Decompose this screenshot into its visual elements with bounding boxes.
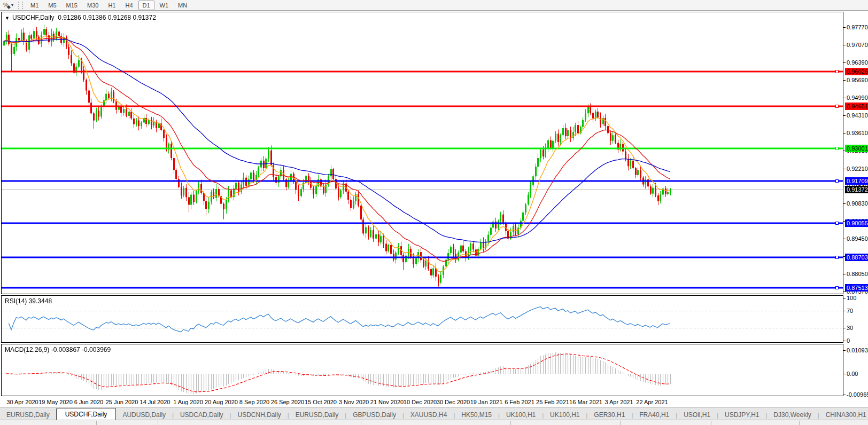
date-axis-label: 3 Apr 2021 bbox=[604, 398, 633, 406]
timeframe-button-h1[interactable]: H1 bbox=[104, 1, 120, 10]
price-axis-tick: 0.94310 bbox=[847, 112, 868, 119]
date-axis-label: 30 Dec 2020 bbox=[437, 398, 470, 406]
price-axis-tickmark bbox=[843, 98, 846, 98]
rsi-value: 39.3448 bbox=[29, 297, 52, 305]
date-axis-label: 10 Dec 2020 bbox=[404, 398, 437, 406]
price-axis-tickmark bbox=[843, 27, 846, 28]
date-axis-label: 6 Jun 2020 bbox=[74, 398, 103, 406]
price-axis-tick: 0.97070 bbox=[847, 42, 868, 49]
ohlc-close: 0.91372 bbox=[133, 14, 156, 21]
price-axis-tickmark bbox=[843, 239, 846, 239]
rsi-axis-tickmark bbox=[843, 341, 846, 341]
chart-tab-usdcnh-daily[interactable]: USDCNH,Daily bbox=[231, 409, 287, 420]
chart-tab-uk100-h1[interactable]: UK100,H1 bbox=[544, 409, 586, 420]
status-pane-separator bbox=[96, 421, 97, 425]
macd-signal-value: -0.003969 bbox=[82, 346, 111, 353]
price-axis-tickmark bbox=[843, 274, 846, 274]
chart-tab-eurusd-daily[interactable]: EURUSD,Daily bbox=[289, 409, 345, 420]
chart-tab-eurusd-daily[interactable]: EURUSD,Daily bbox=[0, 409, 56, 420]
date-axis-label: 8 Sep 2020 bbox=[239, 398, 269, 406]
symbol-dropdown-icon[interactable]: ▼ bbox=[5, 15, 10, 21]
rsi-label: RSI(14) 39.3448 bbox=[5, 297, 52, 305]
drawing-tool-icon[interactable]: % bbox=[2, 1, 10, 9]
hline-price-chip: 0.96026 bbox=[845, 68, 868, 75]
timeframe-button-m15[interactable]: M15 bbox=[62, 1, 82, 10]
rsi-axis-tick: 30 bbox=[847, 325, 868, 332]
candlestick-chart[interactable] bbox=[2, 12, 843, 294]
price-chart-panel[interactable]: ▼USDCHF,Daily 0.91286 0.91386 0.91268 0.… bbox=[1, 12, 843, 294]
rsi-indicator-panel[interactable]: RSI(14) 39.3448 bbox=[1, 295, 843, 343]
timeframe-button-mn[interactable]: MN bbox=[174, 1, 191, 10]
toolbar-grip-handle[interactable] bbox=[18, 2, 23, 9]
hline-price-chip: 0.93001 bbox=[845, 145, 868, 152]
chart-tab-dj30-weekly[interactable]: DJ30,Weekly bbox=[767, 409, 817, 420]
price-axis-tickmark bbox=[843, 115, 846, 116]
price-axis-tickmark bbox=[843, 133, 846, 133]
rsi-name: RSI(14) bbox=[5, 297, 27, 305]
chart-tab-ger30-h1[interactable]: GER30,H1 bbox=[587, 409, 631, 420]
timeframe-button-m1[interactable]: M1 bbox=[26, 1, 43, 10]
macd-axis-tick: -0.009653 bbox=[847, 391, 868, 398]
hline-price-chip: 0.90055 bbox=[845, 219, 868, 227]
chart-tab-hk50-m15[interactable]: HK50,M15 bbox=[455, 409, 498, 420]
price-axis-tickmark bbox=[843, 80, 846, 81]
hline-price-chip: 0.87513 bbox=[845, 284, 868, 292]
timeframe-button-m30[interactable]: M30 bbox=[83, 1, 103, 10]
chart-tab-usdjpy-h1[interactable]: USDJPY,H1 bbox=[718, 409, 765, 420]
hline-price-chip: 0.88703 bbox=[845, 254, 868, 261]
timeframe-button-d1[interactable]: D1 bbox=[138, 1, 154, 10]
date-axis-label: 15 Oct 2020 bbox=[305, 398, 337, 406]
chart-tab-china300-h1[interactable]: CHINA300,H1 bbox=[819, 409, 868, 420]
timeframe-button-h4[interactable]: H4 bbox=[121, 1, 137, 10]
macd-name: MACD(12,26,9) bbox=[5, 346, 49, 353]
rsi-axis-tick: 70 bbox=[847, 308, 868, 314]
timeframe-button-w1[interactable]: W1 bbox=[156, 1, 173, 10]
price-axis-tick: 0.89450 bbox=[847, 235, 868, 242]
rsi-chart[interactable] bbox=[2, 296, 843, 342]
timeframe-button-m5[interactable]: M5 bbox=[44, 1, 60, 10]
drawing-tool-caret-icon[interactable]: ▾ bbox=[11, 3, 13, 7]
hline-price-chip: 0.91709 bbox=[845, 177, 868, 185]
status-pane-separator bbox=[711, 421, 711, 425]
chart-window: ▼USDCHF,Daily 0.91286 0.91386 0.91268 0.… bbox=[1, 12, 867, 407]
price-axis-tick: 0.88050 bbox=[847, 271, 868, 278]
macd-axis-tick: 0.00 bbox=[847, 371, 868, 377]
chart-tab-usoil-h1[interactable]: USOil,H1 bbox=[677, 409, 717, 420]
price-axis-tick: 0.92210 bbox=[847, 166, 868, 172]
rsi-axis-tickmark bbox=[843, 328, 846, 328]
chart-tab-fra40-h1[interactable]: FRA40,H1 bbox=[633, 409, 676, 420]
chart-tab-audusd-daily[interactable]: AUDUSD,Daily bbox=[116, 409, 172, 420]
price-axis-tickmark bbox=[843, 203, 846, 204]
price-axis-tick: 0.97770 bbox=[847, 24, 868, 31]
status-pane-separator bbox=[799, 421, 800, 425]
chart-tab-bar: EURUSD,DailyUSDCHF,DailyAUDUSD,Daily|USD… bbox=[0, 407, 868, 420]
chart-tab-usdchf-daily[interactable]: USDCHF,Daily bbox=[56, 408, 117, 420]
date-axis-label: 14 Jul 2020 bbox=[140, 398, 170, 406]
price-axis-tick: 0.93610 bbox=[847, 130, 868, 137]
ohlc-open: 0.91286 bbox=[58, 14, 81, 21]
macd-axis-tick: 0.010933 bbox=[847, 347, 868, 354]
timeframe-toolbar: % ▾ M1M5M15M30H1H4D1W1MN bbox=[0, 0, 868, 11]
ohlc-high: 0.91386 bbox=[83, 14, 106, 21]
date-axis-label: 6 Feb 2021 bbox=[505, 398, 534, 406]
price-axis-tickmark bbox=[843, 62, 846, 63]
date-axis-label: 30 Apr 2020 bbox=[6, 398, 38, 406]
rsi-axis-tickmark bbox=[843, 298, 846, 298]
date-axis-label: 19 Jan 2021 bbox=[470, 398, 503, 406]
chart-tab-usdcad-daily[interactable]: USDCAD,Daily bbox=[174, 409, 230, 420]
macd-indicator-panel[interactable]: MACD(12,26,9) -0.003867 -0.003969 bbox=[1, 344, 843, 396]
date-axis-label: 26 Sep 2020 bbox=[271, 398, 304, 406]
chart-tab-xauusd-h4[interactable]: XAUUSD,H4 bbox=[404, 409, 454, 420]
macd-axis-tickmark bbox=[843, 350, 846, 351]
drawing-tool-diamond bbox=[7, 5, 11, 9]
current-price-chip: 0.91372 bbox=[845, 186, 868, 193]
macd-chart[interactable] bbox=[2, 344, 843, 396]
status-pane-separator bbox=[510, 421, 511, 425]
macd-main-value: -0.003867 bbox=[51, 346, 80, 353]
chart-tab-uk100-h1[interactable]: UK100,H1 bbox=[500, 409, 542, 420]
symbol-name: USDCHF,Daily bbox=[12, 14, 55, 21]
price-axis-tick: 0.96390 bbox=[847, 59, 868, 66]
price-axis-tickmark bbox=[843, 169, 846, 169]
date-axis-label: 22 Apr 2021 bbox=[636, 398, 668, 406]
chart-tab-gbpusd-daily[interactable]: GBPUSD,Daily bbox=[346, 409, 402, 420]
